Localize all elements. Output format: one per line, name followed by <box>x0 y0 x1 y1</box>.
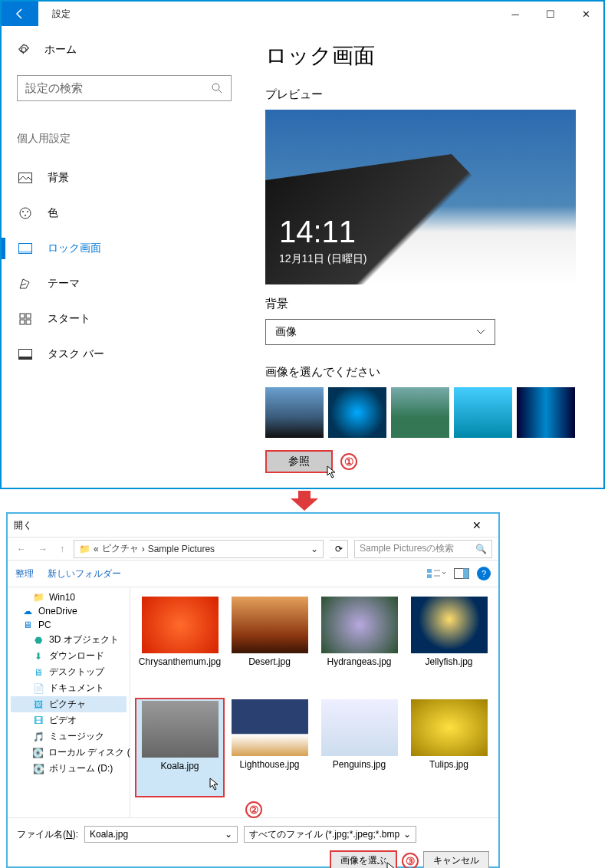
background-dropdown[interactable]: 画像 <box>265 319 495 345</box>
path-seg[interactable]: ピクチャ <box>102 542 139 555</box>
cancel-button[interactable]: キャンセル <box>423 851 489 868</box>
preview-time: 14:11 <box>279 215 356 249</box>
svg-point-6 <box>25 215 26 216</box>
tree-item-pc[interactable]: 🖥PC <box>11 618 127 632</box>
help-button[interactable]: ? <box>477 567 491 580</box>
search-icon <box>211 82 223 94</box>
taskbar-icon <box>18 349 32 360</box>
browse-label: 参照 <box>288 455 310 467</box>
preview-pane-button[interactable] <box>454 568 469 579</box>
tree-item-desktop[interactable]: 🖥デスクトップ <box>11 664 127 680</box>
nav-label: テーマ <box>48 277 80 291</box>
svg-rect-10 <box>26 314 31 318</box>
nav-label: 色 <box>48 206 58 220</box>
file-item-koala[interactable]: Koala.jpg <box>135 698 225 797</box>
nav-theme[interactable]: テーマ <box>17 268 232 299</box>
tree-item-downloads[interactable]: ⬇ダウンロード <box>11 648 127 664</box>
path-bar[interactable]: 📁 « ピクチャ › Sample Pictures ⌄ <box>74 540 324 558</box>
view-mode-button[interactable] <box>426 567 446 580</box>
file-item-tulips[interactable]: Tulips.jpg <box>404 698 494 797</box>
refresh-button[interactable]: ⟳ <box>330 540 348 558</box>
annotation-3: ③ <box>402 853 419 869</box>
cursor-icon <box>209 778 220 791</box>
svg-rect-9 <box>20 314 25 318</box>
onedrive-icon: ☁ <box>21 606 34 616</box>
nav-label: ロック画面 <box>48 242 101 255</box>
thumb-3[interactable] <box>391 387 449 438</box>
organize-menu[interactable]: 整理 <box>15 567 34 580</box>
nav-up-button[interactable]: ↑ <box>57 544 67 554</box>
tree-item-volume[interactable]: 💽ボリューム (D:) <box>11 761 127 777</box>
objects-icon: ⬣ <box>32 635 44 646</box>
nav-taskbar[interactable]: タスク バー <box>17 339 232 370</box>
open-button[interactable]: 画像を選ぶ <box>330 850 397 868</box>
thumb-1[interactable] <box>265 387 324 438</box>
path-seg[interactable]: Sample Pictures <box>148 544 215 554</box>
tree-item-videos[interactable]: 🎞ビデオ <box>11 712 127 728</box>
back-button[interactable] <box>2 2 38 26</box>
annotation-2: ② <box>245 801 262 818</box>
home-label: ホーム <box>44 43 77 57</box>
file-item-penguins[interactable]: Penguins.jpg <box>314 698 404 797</box>
file-item-desert[interactable]: Desert.jpg <box>225 595 314 695</box>
maximize-button[interactable]: ☐ <box>533 2 568 26</box>
minimize-button[interactable]: ─ <box>498 2 533 26</box>
dialog-titlebar: 開く ✕ <box>8 514 498 537</box>
home-link[interactable]: ホーム <box>17 43 232 57</box>
svg-rect-14 <box>19 357 32 360</box>
tree-item-localdisk[interactable]: 💽ローカル ディスク (C <box>11 745 127 761</box>
dialog-navbar: ← → ↑ 📁 « ピクチャ › Sample Pictures ⌄ ⟳ Sam… <box>8 537 498 560</box>
file-grid: Chrysanthemum.jpg Desert.jpg Hydrangeas.… <box>130 587 498 817</box>
nav-color[interactable]: 色 <box>17 198 232 229</box>
tree-item-3dobjects[interactable]: ⬣3D オブジェクト <box>11 632 127 648</box>
dialog-close-button[interactable]: ✕ <box>462 519 492 531</box>
thumb-5[interactable] <box>517 387 575 438</box>
nav-forward-button[interactable]: → <box>35 544 51 554</box>
search-input[interactable]: 設定の検索 <box>17 75 232 101</box>
close-button[interactable]: ✕ <box>568 2 603 26</box>
svg-point-0 <box>212 84 219 90</box>
file-type-filter[interactable]: すべてのファイル (*.jpg;*.jpeg;*.bmp ⌄ <box>244 826 416 843</box>
svg-line-1 <box>219 90 222 93</box>
red-arrow-icon <box>289 491 320 511</box>
dialog-search-input[interactable]: Sample Picturesの検索 🔍 <box>354 540 492 558</box>
titlebar: 設定 ─ ☐ ✕ <box>2 2 603 26</box>
theme-icon <box>18 278 32 290</box>
filename-input[interactable]: Koala.jpg ⌄ <box>84 826 238 843</box>
thumbnail-row <box>265 387 587 438</box>
tree-item-documents[interactable]: 📄ドキュメント <box>11 680 127 696</box>
file-item-lighthouse[interactable]: Lighthouse.jpg <box>225 698 314 797</box>
svg-rect-8 <box>19 251 32 254</box>
start-icon <box>18 313 32 325</box>
browse-button[interactable]: 参照 <box>265 450 333 473</box>
nav-back-button[interactable]: ← <box>14 544 29 554</box>
nav-label: タスク バー <box>48 347 104 361</box>
tree-item-onedrive[interactable]: ☁OneDrive <box>11 604 127 618</box>
chevron-down-icon[interactable]: ⌄ <box>403 829 411 840</box>
svg-point-3 <box>20 208 31 219</box>
svg-rect-2 <box>19 173 32 183</box>
new-folder-button[interactable]: 新しいフォルダー <box>48 567 121 580</box>
file-item-chrysanthemum[interactable]: Chrysanthemum.jpg <box>135 595 225 695</box>
tree-item-win10[interactable]: 📁Win10 <box>11 590 127 604</box>
nav-lock-screen[interactable]: ロック画面 <box>17 233 232 264</box>
tree-item-pictures[interactable]: 🖼ピクチャ <box>11 696 127 712</box>
file-item-jellyfish[interactable]: Jellyfish.jpg <box>404 595 494 695</box>
dialog-title: 開く <box>14 519 32 532</box>
svg-point-5 <box>27 211 28 212</box>
thumb-4[interactable] <box>454 387 512 438</box>
svg-rect-12 <box>26 320 31 324</box>
chevron-down-icon[interactable]: ⌄ <box>225 829 232 840</box>
nav-background[interactable]: 背景 <box>17 163 232 193</box>
folder-icon: 📁 <box>32 592 44 603</box>
nav-start[interactable]: スタート <box>17 304 232 334</box>
background-label: 背景 <box>265 297 587 311</box>
svg-rect-11 <box>20 320 25 324</box>
chevron-down-icon[interactable]: ⌄ <box>311 544 318 554</box>
tree-item-music[interactable]: 🎵ミュージック <box>11 728 127 745</box>
main-panel: ロック画面 プレビュー 14:11 12月11日 (日曜日) 背景 画像 画像を… <box>247 26 603 488</box>
thumb-2[interactable] <box>328 387 386 438</box>
preview-label: プレビュー <box>265 87 587 102</box>
file-item-hydrangeas[interactable]: Hydrangeas.jpg <box>314 595 404 695</box>
search-placeholder: Sample Picturesの検索 <box>360 542 454 555</box>
